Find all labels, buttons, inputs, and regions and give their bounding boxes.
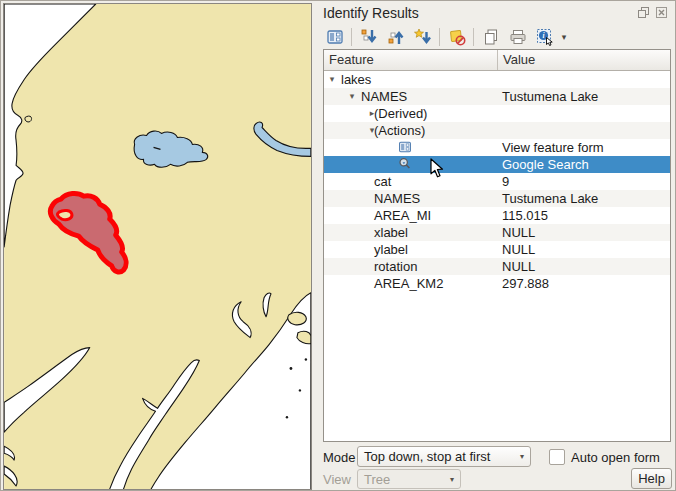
- mode-selected-value: Top down, stop at first: [364, 449, 490, 464]
- chevron-down-icon: ▾: [450, 475, 454, 484]
- value-cell: NULL: [499, 258, 535, 275]
- view-selected-value: Tree: [364, 472, 390, 487]
- value-cell: Tustumena Lake: [499, 88, 598, 105]
- toolbar-form-view-button[interactable]: [321, 24, 348, 50]
- identify-settings-icon: i: [536, 28, 554, 46]
- tree-row[interactable]: AREA_KM2297.888: [324, 275, 670, 292]
- mouse-cursor: [430, 158, 447, 182]
- collapse-tree-icon: [387, 28, 405, 46]
- tree-row[interactable]: rotationNULL: [324, 258, 670, 275]
- identify-toolbar: i▾: [321, 24, 570, 49]
- tree-row[interactable]: AREA_MI115.015: [324, 207, 670, 224]
- feature-cell: (Actions): [374, 122, 425, 139]
- dock-buttons: [637, 6, 668, 19]
- value-cell: NULL: [499, 241, 535, 258]
- toolbar-separator: [439, 28, 440, 46]
- islet: [286, 416, 288, 418]
- toolbar-separator: [473, 28, 474, 46]
- feature-cell: xlabel: [374, 224, 408, 241]
- feature-cell: lakes: [341, 71, 371, 88]
- view-select: Tree ▾: [357, 469, 461, 489]
- tree-header: Feature Value: [324, 50, 670, 71]
- value-cell: 9: [499, 173, 509, 190]
- column-header-feature[interactable]: Feature: [324, 50, 498, 70]
- highlighted-lake-hole: [57, 210, 71, 219]
- auto-open-form-label: Auto open form: [571, 450, 660, 465]
- toolbar-clear-results-button[interactable]: [443, 24, 470, 50]
- toolbar-copy-button[interactable]: [477, 24, 504, 50]
- clear-results-icon: [448, 28, 466, 46]
- feature-cell: ylabel: [374, 241, 408, 258]
- view-label: View: [323, 472, 351, 487]
- feature-cell: AREA_MI: [374, 207, 431, 224]
- copy-icon: [482, 28, 500, 46]
- dropdown-arrow-icon[interactable]: ▾: [558, 25, 570, 49]
- feature-cell: NAMES: [374, 190, 420, 207]
- tree-row[interactable]: ylabelNULL: [324, 241, 670, 258]
- value-cell: View feature form: [499, 139, 604, 156]
- islet: [290, 367, 293, 370]
- close-icon[interactable]: [655, 6, 668, 19]
- toolbar-expand-tree-button[interactable]: [355, 24, 382, 50]
- identify-results-tree[interactable]: Feature Value ▾lakes▾NAMESTustumena Lake…: [323, 49, 671, 442]
- expand-new-results-icon: [414, 28, 432, 46]
- tree-row[interactable]: NAMESTustumena Lake: [324, 190, 670, 207]
- islet: [305, 358, 307, 360]
- print-icon: [509, 28, 527, 46]
- feature-cell: cat: [374, 173, 391, 190]
- toolbar-expand-new-results-button[interactable]: [409, 24, 436, 50]
- identify-results-window: Identify Results i▾ Feature Value ▾lakes…: [0, 0, 676, 491]
- value-cell: Tustumena Lake: [499, 190, 598, 207]
- map-canvas[interactable]: [3, 3, 312, 490]
- help-button[interactable]: Help: [631, 468, 672, 489]
- toolbar-collapse-tree-button[interactable]: [382, 24, 409, 50]
- feature-cell: rotation: [374, 258, 417, 275]
- float-icon[interactable]: [637, 6, 650, 19]
- tree-row[interactable]: View feature form: [324, 139, 670, 156]
- value-cell: Google Search: [499, 156, 589, 173]
- chevron-down-icon: ▾: [520, 452, 524, 461]
- toolbar-separator: [351, 28, 352, 46]
- feature-cell: (Derived): [374, 105, 427, 122]
- mode-select[interactable]: Top down, stop at first ▾: [357, 446, 531, 467]
- tree-row[interactable]: ▸(Derived): [324, 105, 670, 122]
- tree-row[interactable]: xlabelNULL: [324, 224, 670, 241]
- collapse-branch-icon[interactable]: ▾: [347, 88, 357, 105]
- islet: [299, 389, 301, 391]
- tree-row[interactable]: ▾lakes: [324, 71, 670, 88]
- value-cell: NULL: [499, 224, 535, 241]
- column-header-value[interactable]: Value: [498, 50, 670, 70]
- feature-cell: AREA_KM2: [374, 275, 443, 292]
- feature-cell: NAMES: [361, 88, 407, 105]
- toolbar-identify-settings-button[interactable]: i: [531, 24, 558, 50]
- value-cell: 297.888: [499, 275, 549, 292]
- collapse-branch-icon[interactable]: ▾: [327, 71, 337, 88]
- tree-row[interactable]: ▾(Actions): [324, 122, 670, 139]
- toolbar-print-button[interactable]: [504, 24, 531, 50]
- auto-open-form-checkbox[interactable]: [549, 449, 565, 465]
- tree-row[interactable]: ▾NAMESTustumena Lake: [324, 88, 670, 105]
- bay-island: [288, 312, 306, 325]
- mode-label: Mode: [323, 450, 356, 465]
- expand-tree-icon: [360, 28, 378, 46]
- value-cell: 115.015: [499, 207, 548, 224]
- tree-rows: ▾lakes▾NAMESTustumena Lake▸(Derived)▾(Ac…: [324, 71, 670, 292]
- form-view-icon: [326, 28, 344, 46]
- tree-row[interactable]: cat9: [324, 173, 670, 190]
- tree-row-selected[interactable]: Google Search: [324, 156, 670, 173]
- panel-title: Identify Results: [323, 5, 419, 21]
